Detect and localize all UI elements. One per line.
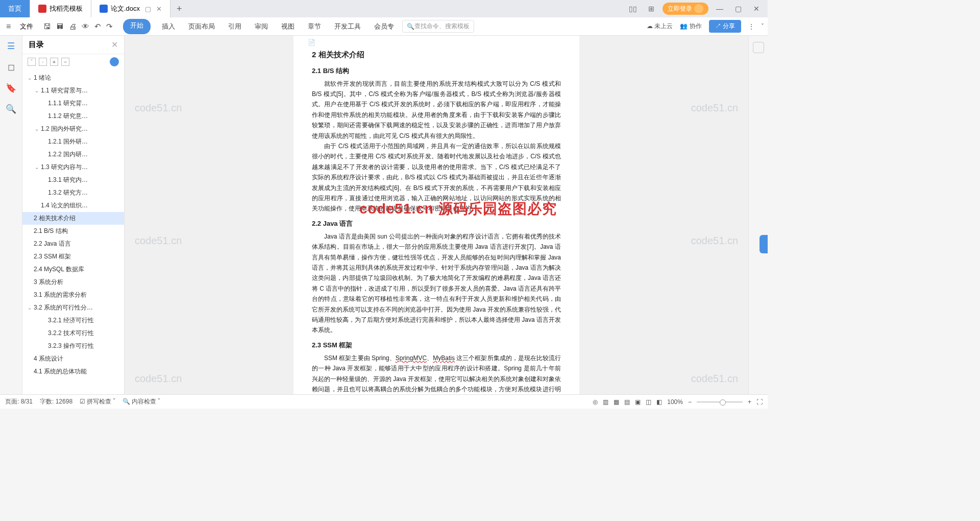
outline-item[interactable]: ⌄1.3 研究内容与… [22, 161, 124, 174]
search-nav-icon[interactable]: 🔍 [6, 104, 16, 114]
paragraph: SSM 框架主要由 Spring、SpringMVC、MyBatis 这三个框架… [312, 353, 561, 394]
outline-item[interactable]: ⌄1.2 国内外研究… [22, 123, 124, 135]
docer-icon [38, 5, 46, 13]
expand-icon[interactable]: · [39, 58, 47, 66]
outline-item[interactable]: ⌄1 绪论 [22, 72, 124, 84]
watermark: code51.cn [691, 235, 738, 247]
ribbon-tab-start[interactable]: 开始 [123, 19, 151, 34]
sync-icon[interactable] [110, 57, 119, 66]
ribbon-tab-review[interactable]: 审阅 [253, 19, 270, 34]
outline-item[interactable]: 3.2.2 技术可行性 [22, 327, 124, 340]
save-icon[interactable]: 🖫 [43, 22, 51, 31]
outline-item[interactable]: 1.2.1 国外研… [22, 135, 124, 148]
outline-item[interactable]: 4 系统设计 [22, 352, 124, 365]
paragraph: Java 语言是由美国 sun 公司提出的一种面向对象的程序设计语言，它拥有着优… [312, 231, 561, 336]
view-outline-icon[interactable]: ▤ [624, 398, 630, 406]
outline-close-icon[interactable]: ✕ [111, 40, 118, 50]
outline-item[interactable]: ⌄3.2 系统的可行性分… [22, 301, 124, 314]
outline-item[interactable]: 2.4 MySQL 数据库 [22, 263, 124, 276]
remove-icon[interactable]: − [61, 58, 69, 66]
outline-item[interactable]: 1.3.1 研究内… [22, 174, 124, 186]
eye-icon[interactable]: ◎ [593, 398, 598, 406]
tab-document[interactable]: 论文.docx▢✕ [91, 0, 170, 17]
undo-icon[interactable]: ↶ [94, 22, 101, 31]
cloud-status[interactable]: ☁ 未上云 [647, 22, 673, 31]
layout-icon[interactable]: ▯▯ [626, 2, 640, 16]
outline-item[interactable]: 1.4 论文的组织… [22, 199, 124, 212]
bookmark-nav-icon[interactable]: ◻ [8, 62, 15, 73]
watermark: code51.cn [135, 235, 182, 247]
spell-check[interactable]: ☑ 拼写检查 ˇ [80, 397, 115, 406]
file-menu[interactable]: 文件 [16, 20, 37, 33]
tab-home-label: 首页 [8, 4, 21, 13]
outline-item[interactable]: ⌄1.1 研究背景与… [22, 84, 124, 97]
outline-item[interactable]: 2.1 B/S 结构 [22, 225, 124, 238]
zoom-out-icon[interactable]: − [688, 398, 692, 406]
more-icon[interactable]: ⋮ [748, 23, 754, 30]
ribbon: ≡ 文件 🖫 🖬 🖨 👁 ↶ ↷ 开始 插入 页面布局 引用 审阅 视图 章节 … [0, 17, 768, 36]
minimize-icon[interactable]: — [713, 2, 727, 16]
outline-item[interactable]: 3.2.1 经济可行性 [22, 314, 124, 327]
close-icon[interactable]: ✕ [156, 5, 162, 13]
outline-item[interactable]: 3.1 系统的需求分析 [22, 289, 124, 301]
ribbon-search[interactable]: 🔍 查找命令、搜索模板 [402, 20, 474, 33]
popout-icon[interactable]: ▢ [145, 5, 151, 13]
share-button[interactable]: ↗ 分享 [709, 20, 741, 33]
right-panel-toggle-icon[interactable] [753, 42, 764, 53]
ribbon-tab-sections[interactable]: 章节 [306, 19, 323, 34]
outline-title: 目录 [29, 40, 44, 50]
ruler-icon[interactable]: ◧ [656, 398, 662, 406]
apps-icon[interactable]: ⊞ [644, 2, 658, 16]
zoom-level[interactable]: 100% [667, 398, 683, 406]
outline-item[interactable]: 3.2.3 操作可行性 [22, 340, 124, 352]
login-button[interactable]: 立即登录 [663, 3, 708, 15]
print-icon[interactable]: 🖨 [69, 22, 77, 31]
watermark-overlay: code51.cn 源码乐园盗图必究 [359, 199, 557, 219]
fullscreen-icon[interactable]: ⛶ [756, 398, 763, 406]
menu-icon[interactable]: ≡ [4, 20, 13, 33]
add-tab-button[interactable]: + [170, 4, 188, 14]
outline-item[interactable]: 2 相关技术介绍 [22, 212, 124, 225]
word-icon [100, 5, 108, 13]
ribbon-tab-view[interactable]: 视图 [279, 19, 297, 34]
ribbon-tab-insert[interactable]: 插入 [160, 19, 177, 34]
bookmark-icon[interactable]: 🔖 [6, 83, 16, 93]
ribbon-tab-member[interactable]: 会员专 [372, 19, 396, 34]
zoom-slider[interactable] [697, 401, 743, 402]
ribbon-tab-layout[interactable]: 页面布局 [186, 19, 217, 34]
outline-item[interactable]: 1.1.2 研究意… [22, 110, 124, 123]
word-count[interactable]: 字数: 12698 [40, 397, 72, 406]
outline-item[interactable]: 1.1.1 研究背… [22, 97, 124, 110]
preview-icon[interactable]: 👁 [82, 22, 89, 31]
outline-item[interactable]: 2.3 SSM 框架 [22, 250, 124, 263]
outline-item[interactable]: 2.2 Java 语言 [22, 238, 124, 250]
split-icon[interactable]: ◫ [646, 398, 651, 406]
zoom-in-icon[interactable]: + [748, 398, 751, 406]
save-as-icon[interactable]: 🖬 [56, 22, 64, 31]
tab-home[interactable]: 首页 [0, 0, 30, 17]
add-icon[interactable]: + [50, 58, 58, 66]
outline-item[interactable]: 1.2.2 国内研… [22, 148, 124, 161]
tab-template[interactable]: 找稻壳模板 [30, 0, 91, 17]
document-area[interactable]: code51.cn code51.cn code51.cn code51.cn … [125, 36, 748, 394]
feedback-tab[interactable] [760, 235, 768, 253]
ribbon-tab-devtools[interactable]: 开发工具 [332, 19, 363, 34]
maximize-icon[interactable]: ▢ [731, 2, 745, 16]
collapse-ribbon-icon[interactable]: ˇ [762, 23, 764, 30]
outline-icon[interactable]: ☰ [7, 41, 15, 52]
redo-icon[interactable]: ↷ [106, 22, 113, 31]
heading-2: 2.2 Java 语言 [312, 218, 561, 229]
collab-button[interactable]: 👥 协作 [680, 22, 701, 31]
ribbon-tab-references[interactable]: 引用 [226, 19, 243, 34]
content-check[interactable]: 🔍 内容检查 ˇ [122, 397, 160, 406]
outline-item[interactable]: 4.1 系统的总体功能 [22, 365, 124, 378]
view-web-icon[interactable]: ▦ [614, 398, 619, 406]
outline-item[interactable]: 3 系统分析 [22, 276, 124, 289]
outline-item[interactable]: 1.3.2 研究方… [22, 186, 124, 199]
collapse-all-icon[interactable]: ˇ [28, 58, 36, 66]
page-marker-icon[interactable]: 📄 [308, 37, 317, 46]
close-window-icon[interactable]: ✕ [749, 2, 764, 16]
page-indicator[interactable]: 页面: 8/31 [5, 397, 33, 406]
view-read-icon[interactable]: ▣ [635, 398, 641, 406]
view-page-icon[interactable]: ▥ [603, 398, 608, 406]
